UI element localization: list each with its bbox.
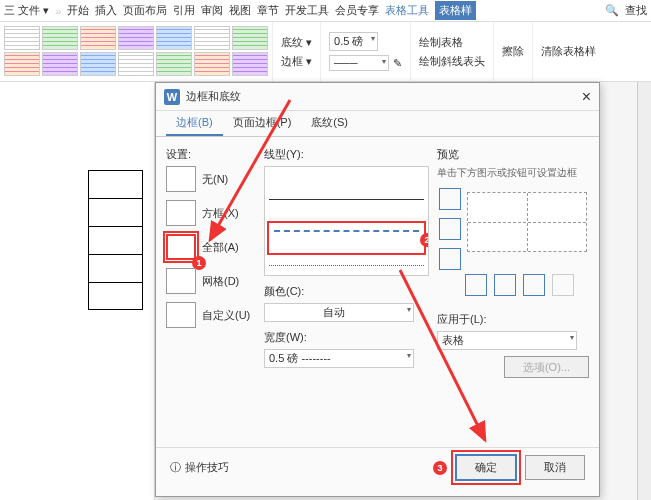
vertical-scrollbar[interactable] xyxy=(637,82,651,500)
app-icon: W xyxy=(164,89,180,105)
preview-btn-top[interactable] xyxy=(439,188,461,210)
line-width-combo[interactable]: 0.5 磅 xyxy=(329,32,378,51)
line-style-label: 线型(Y): xyxy=(264,147,429,162)
tab-layout[interactable]: 页面布局 xyxy=(123,3,167,18)
options-button[interactable]: 选项(O)... xyxy=(504,356,589,378)
preview-btn-left[interactable] xyxy=(465,274,487,296)
shading-dropdown[interactable]: 底纹 ▾ xyxy=(281,35,312,50)
document-table[interactable] xyxy=(88,170,143,310)
apply-to-label: 应用于(L): xyxy=(437,312,589,327)
tab-table-style[interactable]: 表格样 xyxy=(435,1,476,20)
close-button[interactable]: × xyxy=(582,88,591,106)
width-combo[interactable]: 0.5 磅 -------- xyxy=(264,349,414,368)
tab-section[interactable]: 章节 xyxy=(257,3,279,18)
tab-insert[interactable]: 插入 xyxy=(95,3,117,18)
draw-diagonal-button[interactable]: 绘制斜线表头 xyxy=(419,54,485,69)
dialog-title: 边框和底纹 xyxy=(186,89,241,104)
setting-box[interactable]: 方框(X) xyxy=(166,200,256,226)
tab-table-tools[interactable]: 表格工具 xyxy=(385,3,429,18)
tab-ref[interactable]: 引用 xyxy=(173,3,195,18)
badge-2: 2 xyxy=(420,233,429,247)
tab-dev[interactable]: 开发工具 xyxy=(285,3,329,18)
dialog-tabs: 边框(B) 页面边框(P) 底纹(S) xyxy=(156,111,599,137)
preview-diagram[interactable] xyxy=(467,192,587,252)
border-dropdown[interactable]: 边框 ▾ xyxy=(281,54,312,69)
tab-shading[interactable]: 底纹(S) xyxy=(301,111,358,136)
preview-btn-right[interactable] xyxy=(523,274,545,296)
file-menu[interactable]: 三 文件 ▾ xyxy=(4,3,49,18)
table-style-gallery[interactable] xyxy=(0,22,272,81)
color-combo[interactable]: 自动 xyxy=(264,303,414,322)
pen-color-icon[interactable]: ✎ xyxy=(393,57,402,70)
search-label: 查找 xyxy=(625,3,647,18)
search-icon[interactable]: 🔍 xyxy=(605,4,619,17)
tips-link[interactable]: ⓘ操作技巧 xyxy=(170,460,229,475)
ok-button[interactable]: 确定 xyxy=(455,454,517,481)
clear-style-button[interactable]: 清除表格样 xyxy=(541,44,596,59)
badge-3: 3 xyxy=(433,461,447,475)
tab-view[interactable]: 视图 xyxy=(229,3,251,18)
preview-btn-vmid[interactable] xyxy=(494,274,516,296)
setting-all[interactable]: 全部(A)1 xyxy=(166,234,256,260)
tab-border[interactable]: 边框(B) xyxy=(166,111,223,136)
color-label: 颜色(C): xyxy=(264,284,429,299)
setting-none[interactable]: 无(N) xyxy=(166,166,256,192)
setting-grid[interactable]: 网格(D) xyxy=(166,268,256,294)
tab-member[interactable]: 会员专享 xyxy=(335,3,379,18)
apply-to-combo[interactable]: 表格 xyxy=(437,331,577,350)
info-icon: ⓘ xyxy=(170,460,181,475)
cancel-button[interactable]: 取消 xyxy=(525,455,585,480)
line-style-list[interactable]: 2 xyxy=(264,166,429,276)
dialog-titlebar: W边框和底纹 × xyxy=(156,83,599,111)
line-style-combo[interactable]: ─── xyxy=(329,55,389,71)
tab-home[interactable]: 开始 xyxy=(67,3,89,18)
settings-label: 设置: xyxy=(166,147,256,162)
top-menu-bar: 三 文件 ▾ » 开始 插入 页面布局 引用 审阅 视图 章节 开发工具 会员专… xyxy=(0,0,651,22)
width-label: 宽度(W): xyxy=(264,330,429,345)
preview-btn-diag[interactable] xyxy=(552,274,574,296)
preview-btn-bot[interactable] xyxy=(439,248,461,270)
setting-custom[interactable]: 自定义(U) xyxy=(166,302,256,328)
preview-hint: 单击下方图示或按钮可设置边框 xyxy=(437,166,589,180)
draw-table-button[interactable]: 绘制表格 xyxy=(419,35,463,50)
tab-page-border[interactable]: 页面边框(P) xyxy=(223,111,302,136)
borders-shading-dialog: W边框和底纹 × 边框(B) 页面边框(P) 底纹(S) 设置: 无(N) 方框… xyxy=(155,82,600,497)
eraser-button[interactable]: 擦除 xyxy=(502,44,524,59)
preview-btn-mid[interactable] xyxy=(439,218,461,240)
tab-review[interactable]: 审阅 xyxy=(201,3,223,18)
ribbon: 底纹 ▾ 边框 ▾ 0.5 磅 ───✎ 绘制表格 绘制斜线表头 擦除 清除表格… xyxy=(0,22,651,82)
preview-label: 预览 xyxy=(437,147,589,162)
